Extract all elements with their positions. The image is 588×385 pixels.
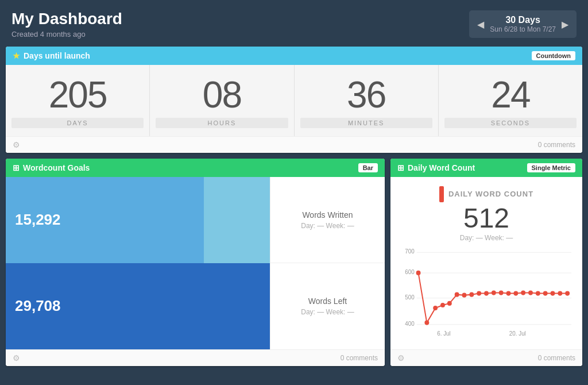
svg-text:20. Jul: 20. Jul bbox=[509, 330, 526, 336]
svg-point-18 bbox=[477, 291, 481, 295]
minutes-value: 36 bbox=[300, 76, 432, 113]
svg-point-24 bbox=[521, 290, 525, 295]
countdown-hours: 08 HOURS bbox=[150, 65, 294, 136]
minutes-unit: MINUTES bbox=[300, 118, 432, 128]
words-left-label: Words Left bbox=[308, 297, 347, 306]
svg-text:600: 600 bbox=[405, 268, 415, 275]
countdown-comments: 0 comments bbox=[538, 141, 575, 149]
date-nav-center: 30 Days Sun 6/28 to Mon 7/27 bbox=[490, 15, 556, 33]
svg-point-30 bbox=[565, 291, 570, 295]
date-range-label: Sun 6/28 to Mon 7/27 bbox=[490, 25, 556, 33]
svg-point-22 bbox=[506, 291, 511, 295]
daily-footer: ⚙ 0 comments bbox=[390, 349, 582, 366]
svg-point-25 bbox=[528, 290, 533, 295]
grid-icon-daily: ⊞ bbox=[397, 163, 404, 172]
daily-sub: Day: — Week: — bbox=[399, 234, 574, 242]
daily-title-row: DAILY WORD COUNT bbox=[399, 186, 574, 202]
wordcount-widget: ⊞ Wordcount Goals Bar 15,292 bbox=[6, 159, 385, 366]
svg-point-21 bbox=[499, 290, 504, 295]
wordcount-badge[interactable]: Bar bbox=[358, 163, 378, 172]
main-content: ★ Days until launch Countdown 205 DAYS 0… bbox=[0, 47, 588, 378]
seconds-value: 24 bbox=[444, 76, 577, 113]
wordcount-comments: 0 comments bbox=[341, 354, 378, 362]
words-written-bar: 15,292 bbox=[6, 177, 270, 263]
countdown-minutes: 36 MINUTES bbox=[295, 65, 439, 136]
wordcount-widget-title: ⊞ Wordcount Goals bbox=[13, 163, 90, 172]
daily-body: DAILY WORD COUNT 512 Day: — Week: — 700 … bbox=[390, 177, 582, 349]
daily-settings-icon[interactable]: ⚙ bbox=[397, 353, 405, 363]
svg-point-12 bbox=[433, 306, 438, 310]
svg-point-10 bbox=[416, 270, 421, 275]
line-chart-svg: 700 600 500 400 6. Jul 20. Jul bbox=[399, 247, 574, 340]
bottom-row: ⊞ Wordcount Goals Bar 15,292 bbox=[6, 159, 582, 372]
daily-widget: ⊞ Daily Word Count Single Metric DAILY W… bbox=[390, 159, 582, 366]
daily-widget-title: ⊞ Daily Word Count bbox=[397, 163, 475, 172]
countdown-days: 205 DAYS bbox=[6, 65, 150, 136]
legend-words-left: Words Left Day: — Week: — bbox=[270, 263, 385, 349]
svg-point-28 bbox=[551, 291, 555, 295]
countdown-widget-header: ★ Days until launch Countdown bbox=[6, 47, 582, 65]
svg-point-14 bbox=[447, 301, 452, 305]
svg-point-16 bbox=[462, 292, 467, 297]
wordcount-body: 15,292 29,708 Words Written Day: — Week: bbox=[6, 177, 385, 349]
words-written-label: Words Written bbox=[302, 210, 353, 220]
countdown-footer: ⚙ 0 comments bbox=[6, 136, 582, 153]
svg-point-15 bbox=[455, 292, 459, 297]
words-left-sub: Day: — Week: — bbox=[301, 308, 354, 316]
words-written-sub: Day: — Week: — bbox=[301, 222, 354, 230]
svg-point-13 bbox=[440, 303, 445, 307]
words-written-bar-fill: 15,292 bbox=[6, 177, 204, 263]
countdown-widget: ★ Days until launch Countdown 205 DAYS 0… bbox=[6, 47, 582, 153]
svg-point-26 bbox=[536, 291, 540, 295]
bar-legend: Words Written Day: — Week: — Words Left … bbox=[270, 177, 385, 349]
daily-widget-header: ⊞ Daily Word Count Single Metric bbox=[390, 159, 582, 177]
period-label: 30 Days bbox=[490, 15, 556, 25]
daily-section-title: DAILY WORD COUNT bbox=[448, 190, 533, 198]
words-left-bar-fill: 29,708 bbox=[6, 263, 270, 349]
words-written-value: 15,292 bbox=[15, 211, 61, 229]
wordcount-settings-icon[interactable]: ⚙ bbox=[13, 353, 20, 363]
countdown-body: 205 DAYS 08 HOURS 36 MINUTES 24 SECONDS bbox=[6, 65, 582, 136]
hours-unit: HOURS bbox=[156, 118, 288, 128]
wordcount-widget-header: ⊞ Wordcount Goals Bar bbox=[6, 159, 385, 177]
daily-badge[interactable]: Single Metric bbox=[527, 163, 575, 172]
svg-text:500: 500 bbox=[405, 294, 415, 300]
header-left: My Dashboard Created 4 months ago bbox=[11, 10, 122, 38]
days-unit: DAYS bbox=[11, 118, 144, 128]
svg-point-11 bbox=[424, 320, 429, 325]
daily-comments: 0 comments bbox=[538, 354, 575, 362]
svg-point-19 bbox=[484, 291, 489, 295]
words-left-value: 29,708 bbox=[15, 297, 61, 315]
bar-chart-area: 15,292 29,708 bbox=[6, 177, 270, 349]
countdown-badge[interactable]: Countdown bbox=[532, 51, 575, 60]
grid-icon: ⊞ bbox=[13, 163, 20, 172]
countdown-seconds: 24 SECONDS bbox=[439, 65, 582, 136]
svg-point-17 bbox=[469, 292, 474, 297]
wordcount-footer: ⚙ 0 comments bbox=[6, 349, 385, 366]
svg-text:700: 700 bbox=[405, 248, 415, 255]
countdown-settings-icon[interactable]: ⚙ bbox=[13, 140, 20, 149]
daily-red-bar bbox=[439, 186, 444, 202]
daily-big-number: 512 bbox=[399, 203, 574, 234]
legend-words-written: Words Written Day: — Week: — bbox=[270, 177, 385, 264]
svg-point-20 bbox=[492, 290, 496, 295]
next-period-button[interactable]: ▶ bbox=[562, 19, 568, 30]
page-title: My Dashboard bbox=[11, 10, 122, 28]
words-left-bar: 29,708 bbox=[6, 263, 270, 349]
svg-text:6. Jul: 6. Jul bbox=[437, 330, 451, 336]
date-navigator[interactable]: ◀ 30 Days Sun 6/28 to Mon 7/27 ▶ bbox=[469, 10, 577, 38]
days-value: 205 bbox=[11, 76, 144, 113]
seconds-unit: SECONDS bbox=[444, 118, 577, 128]
svg-point-29 bbox=[558, 291, 562, 295]
star-icon: ★ bbox=[13, 51, 20, 60]
daily-chart: 700 600 500 400 6. Jul 20. Jul bbox=[399, 247, 574, 340]
svg-point-27 bbox=[543, 291, 548, 295]
page-subtitle: Created 4 months ago bbox=[11, 30, 122, 38]
svg-text:400: 400 bbox=[405, 320, 415, 326]
svg-point-23 bbox=[513, 291, 518, 295]
header: My Dashboard Created 4 months ago ◀ 30 D… bbox=[0, 0, 588, 47]
prev-period-button[interactable]: ◀ bbox=[477, 19, 484, 30]
hours-value: 08 bbox=[156, 76, 288, 113]
countdown-widget-title: ★ Days until launch bbox=[13, 51, 90, 60]
